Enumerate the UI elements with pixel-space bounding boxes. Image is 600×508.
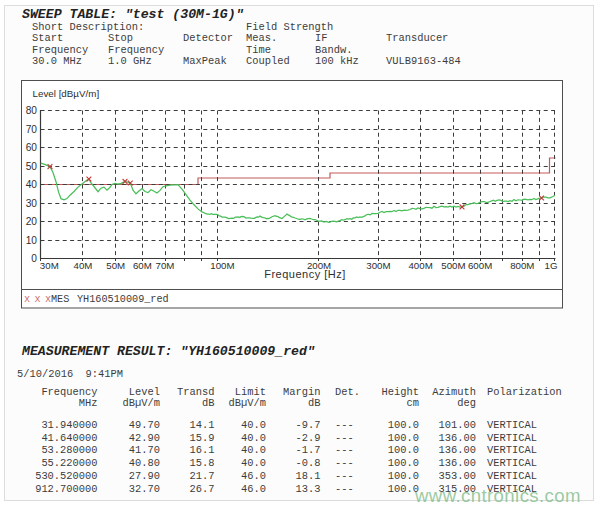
svg-text:Frequency [Hz]: Frequency [Hz]	[264, 268, 346, 280]
svg-text:Level [dBµV/m]: Level [dBµV/m]	[33, 88, 100, 99]
svg-text:300M: 300M	[366, 260, 390, 271]
svg-text:100M: 100M	[210, 260, 234, 271]
svg-text:50: 50	[26, 161, 38, 172]
svg-text:0: 0	[31, 253, 37, 264]
svg-text:70: 70	[26, 124, 38, 135]
svg-text:500M: 500M	[441, 260, 465, 271]
svg-text:400M: 400M	[408, 260, 432, 271]
svg-text:80: 80	[26, 105, 38, 116]
svg-text:800M: 800M	[510, 260, 534, 271]
svg-text:30: 30	[26, 198, 38, 209]
svg-text:20: 20	[26, 216, 38, 227]
svg-text:50M: 50M	[106, 260, 125, 271]
svg-text:60M: 60M	[133, 260, 152, 271]
svg-text:30M: 30M	[40, 260, 59, 271]
svg-text:x: x	[35, 294, 41, 305]
svg-text:40M: 40M	[74, 260, 93, 271]
svg-text:x: x	[24, 294, 30, 305]
svg-text:YH160510009_red: YH160510009_red	[77, 294, 169, 305]
svg-text:40: 40	[26, 179, 38, 190]
svg-text:1G: 1G	[545, 260, 558, 271]
svg-text:70M: 70M	[156, 260, 175, 271]
svg-text:60: 60	[26, 142, 38, 153]
svg-text:MES: MES	[51, 294, 69, 305]
svg-text:10: 10	[26, 235, 38, 246]
svg-text:600M: 600M	[468, 260, 492, 271]
